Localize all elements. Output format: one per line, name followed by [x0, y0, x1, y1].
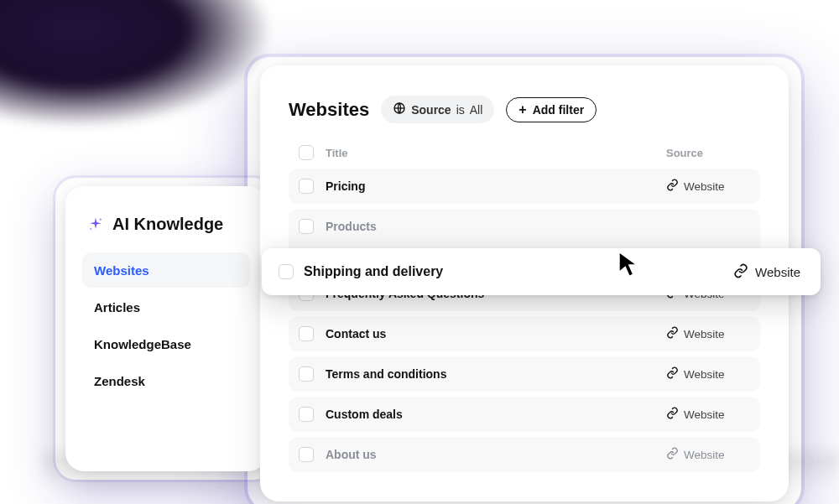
filter-pill-source[interactable]: Source is All [381, 96, 494, 123]
link-icon [666, 447, 679, 462]
link-icon [666, 326, 679, 341]
add-filter-label: Add filter [533, 103, 584, 117]
table-header: Title Source [289, 145, 760, 169]
sparkle-icon [87, 216, 104, 233]
plus-icon: + [519, 103, 526, 117]
row-title: Products [326, 220, 666, 233]
table-row[interactable]: Pricing Website [289, 169, 760, 204]
column-header-source: Source [666, 147, 750, 159]
row-title: About us [326, 448, 666, 461]
sidebar-item-websites[interactable]: Websites [82, 252, 250, 288]
row-source: Website [666, 366, 750, 382]
row-title: Custom deals [326, 408, 666, 421]
filter-value: All [470, 103, 483, 117]
table-row[interactable]: About us Website [289, 437, 760, 472]
sidebar-item-knowledgebase[interactable]: KnowledgeBase [82, 326, 250, 361]
row-title: Shipping and delivery [304, 264, 733, 279]
sidebar-item-label: KnowledgeBase [94, 337, 191, 351]
table-row[interactable]: Contact us Website [289, 316, 760, 351]
row-source: Website [666, 447, 750, 462]
rows-container: Pricing Website Products Frequently Aske… [289, 169, 760, 472]
row-title: Contact us [326, 327, 666, 340]
sidebar-header: AI Knowledge [82, 215, 250, 234]
page-title: Websites [289, 99, 369, 121]
column-header-title: Title [326, 147, 666, 159]
link-icon [666, 366, 679, 382]
table-row-hovered[interactable]: Shipping and delivery Website [262, 248, 821, 295]
link-icon [733, 263, 748, 281]
sidebar-title: AI Knowledge [112, 215, 223, 234]
row-source: Website [666, 326, 750, 341]
link-icon [666, 179, 679, 194]
row-title: Pricing [326, 179, 666, 193]
table-row[interactable]: Custom deals Website [289, 397, 760, 432]
decorative-blob [0, 0, 268, 126]
cursor-icon [617, 250, 642, 282]
sidebar-item-label: Zendesk [94, 374, 145, 388]
row-source: Website [733, 263, 800, 281]
row-checkbox[interactable] [299, 219, 314, 234]
select-all-checkbox[interactable] [299, 145, 314, 160]
row-checkbox[interactable] [299, 447, 314, 462]
sidebar-item-label: Articles [94, 300, 140, 314]
filter-operator: is [456, 103, 465, 117]
sidebar-item-label: Websites [94, 263, 149, 278]
add-filter-button[interactable]: + Add filter [506, 97, 597, 122]
row-checkbox[interactable] [299, 366, 314, 382]
sidebar-item-articles[interactable]: Articles [82, 289, 250, 325]
table-row[interactable]: Terms and conditions Website [289, 356, 760, 392]
sidebar-item-zendesk[interactable]: Zendesk [82, 363, 250, 398]
row-checkbox[interactable] [299, 407, 314, 422]
main-header: Websites Source is All + Add filter [289, 96, 760, 123]
filter-field-label: Source [411, 103, 451, 117]
row-checkbox[interactable] [299, 179, 314, 194]
row-checkbox[interactable] [279, 264, 294, 279]
row-title: Terms and conditions [326, 367, 666, 381]
globe-icon [393, 101, 406, 117]
sidebar-panel: AI Knowledge Websites Articles Knowledge… [65, 186, 267, 471]
row-source: Website [666, 407, 750, 422]
row-checkbox[interactable] [299, 326, 314, 341]
link-icon [666, 407, 679, 422]
row-source: Website [666, 179, 750, 194]
